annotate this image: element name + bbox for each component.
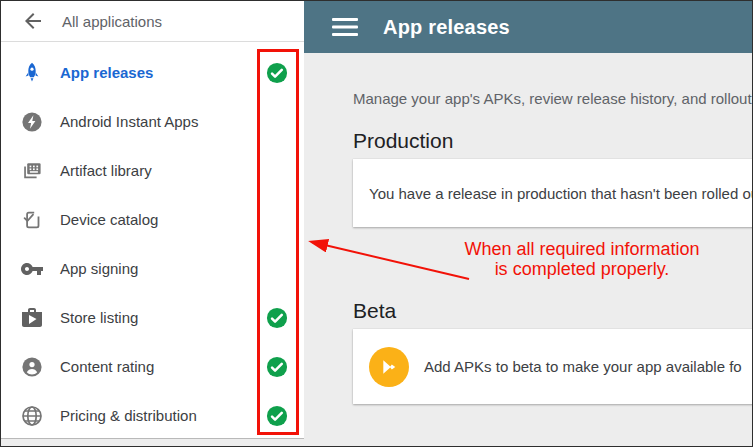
production-heading: Production — [353, 129, 453, 153]
rocket-icon — [20, 61, 44, 85]
annotation-line2: is completed properly. — [442, 259, 722, 279]
sidebar-item-label: Artifact library — [60, 162, 152, 179]
beta-card[interactable]: Add APKs to beta to make your app availa… — [353, 329, 753, 404]
play-store-icon — [369, 347, 409, 387]
sidebar-item-label: Android Instant Apps — [60, 113, 198, 130]
store-bag-icon — [20, 306, 44, 330]
globe-icon — [20, 404, 44, 428]
instant-apps-icon — [20, 110, 44, 134]
annotation-rectangle — [257, 49, 299, 435]
annotation-note: When all required information is complet… — [442, 239, 722, 279]
sidebar-item-label: Store listing — [60, 309, 138, 326]
page-title: App releases — [383, 16, 510, 39]
sidebar-item-label: Pricing & distribution — [60, 407, 197, 424]
back-arrow-icon — [21, 9, 45, 33]
beta-heading: Beta — [353, 299, 396, 323]
beta-card-text: Add APKs to beta to make your app availa… — [424, 358, 742, 375]
sidebar-item-label: App signing — [60, 260, 138, 277]
menu-icon[interactable] — [332, 17, 358, 37]
device-catalog-icon — [20, 208, 44, 232]
back-to-all-applications[interactable]: All applications — [1, 1, 304, 42]
sidebar-item-label: App releases — [60, 64, 153, 81]
page-header: App releases — [304, 1, 753, 53]
sidebar-item-label: Content rating — [60, 358, 154, 375]
play-console-window: All applications App releases Android In… — [0, 0, 753, 447]
annotation-line1: When all required information — [442, 239, 722, 259]
production-card[interactable]: You have a release in production that ha… — [353, 159, 753, 227]
production-card-text: You have a release in production that ha… — [369, 185, 753, 202]
key-icon — [20, 257, 44, 281]
back-label: All applications — [62, 13, 162, 30]
sidebar-item-label: Device catalog — [60, 211, 158, 228]
artifact-library-icon — [20, 159, 44, 183]
page-description: Manage your app's APKs, review release h… — [353, 90, 753, 107]
content-rating-icon — [20, 355, 44, 379]
